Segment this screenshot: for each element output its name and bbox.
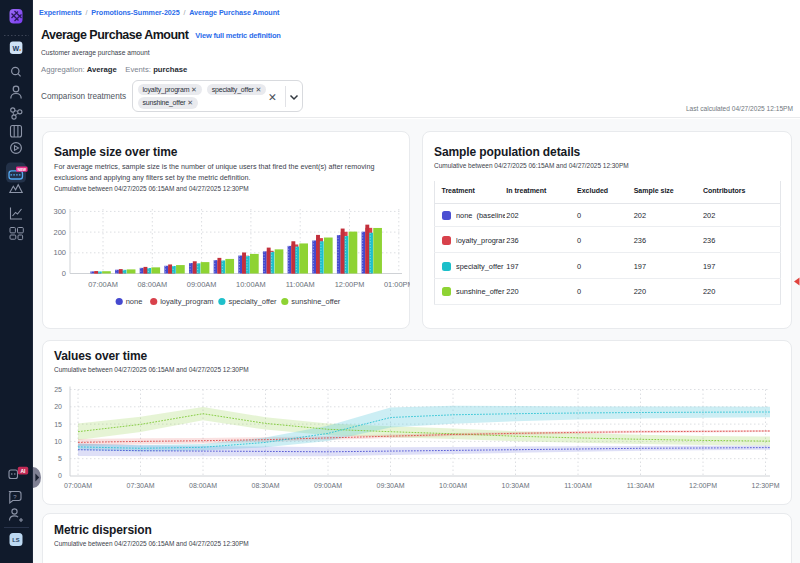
svg-text:specialty_offer: specialty_offer xyxy=(228,297,277,306)
svg-text:11:00AM: 11:00AM xyxy=(564,482,592,489)
svg-text:?: ? xyxy=(13,494,17,500)
svg-text:20: 20 xyxy=(54,403,62,410)
svg-text:25: 25 xyxy=(54,386,62,393)
svg-text:11:00AM: 11:00AM xyxy=(286,280,315,289)
svg-text:LS: LS xyxy=(12,537,20,543)
svg-text:09:30AM: 09:30AM xyxy=(376,482,404,489)
svg-text:sunshine_offer: sunshine_offer xyxy=(291,297,341,306)
svg-text:08:00AM: 08:00AM xyxy=(138,280,168,289)
svg-text:10:00AM: 10:00AM xyxy=(236,280,266,289)
svg-text:5: 5 xyxy=(58,455,62,462)
svg-text:300: 300 xyxy=(53,207,66,216)
svg-text:0: 0 xyxy=(58,472,62,479)
svg-text:200: 200 xyxy=(53,228,66,237)
svg-text:11:30AM: 11:30AM xyxy=(627,482,655,489)
svg-text:10:30AM: 10:30AM xyxy=(501,482,529,489)
svg-text:12:00PM: 12:00PM xyxy=(335,280,365,289)
svg-text:AI: AI xyxy=(21,468,27,474)
svg-text:07:00AM: 07:00AM xyxy=(64,482,92,489)
svg-text:NEW: NEW xyxy=(17,168,26,172)
svg-text:08:00AM: 08:00AM xyxy=(189,482,217,489)
svg-text:09:00AM: 09:00AM xyxy=(187,280,217,289)
svg-text:10:00AM: 10:00AM xyxy=(439,482,467,489)
svg-text:none: none xyxy=(126,297,143,306)
svg-text:12:30PM: 12:30PM xyxy=(751,482,779,489)
svg-text:01:00PM: 01:00PM xyxy=(384,280,410,289)
svg-text:100: 100 xyxy=(53,248,66,257)
svg-text:0: 0 xyxy=(62,269,66,278)
svg-text:12:00PM: 12:00PM xyxy=(689,482,717,489)
svg-text:07:30AM: 07:30AM xyxy=(126,482,154,489)
svg-text:loyalty_program: loyalty_program xyxy=(160,297,213,306)
svg-text:09:00AM: 09:00AM xyxy=(314,482,342,489)
svg-text:10: 10 xyxy=(54,438,62,445)
svg-text:07:00AM: 07:00AM xyxy=(88,280,118,289)
svg-text:W: W xyxy=(12,45,19,52)
svg-text:08:30AM: 08:30AM xyxy=(251,482,279,489)
svg-text:15: 15 xyxy=(54,421,62,428)
